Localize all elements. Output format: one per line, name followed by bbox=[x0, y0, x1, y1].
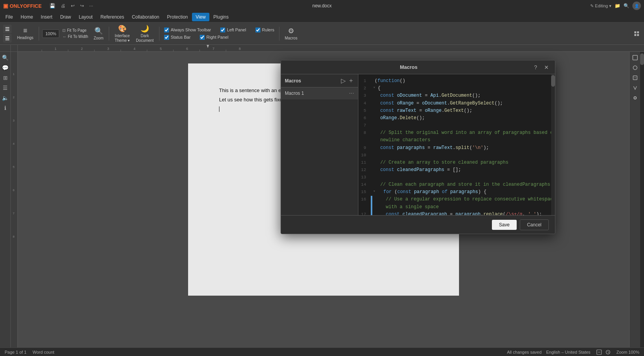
status-bar-input[interactable] bbox=[164, 35, 169, 40]
menu-file[interactable]: File bbox=[2, 13, 17, 21]
macros-dialog: Macros ? ✕ Macros ▷ ＋ Macros 1 ··· bbox=[281, 60, 555, 234]
rulers-check[interactable]: Rulers bbox=[254, 27, 276, 33]
macros-icon: ⚙ bbox=[288, 27, 294, 35]
macros-close-btn[interactable]: ✕ bbox=[543, 63, 550, 71]
toolbar-icon-2[interactable] bbox=[3, 34, 12, 43]
code-line-13: 13 bbox=[358, 174, 555, 181]
svg-point-40 bbox=[633, 66, 637, 70]
left-sidebar: 🔍 💬 ⊞ ☰ 🔈 ℹ bbox=[0, 52, 11, 347]
search-icon[interactable]: 🔍 bbox=[623, 3, 629, 9]
toolbar-icon-1[interactable] bbox=[3, 25, 12, 33]
folder-icon[interactable]: 📁 bbox=[615, 3, 620, 9]
code-line-9: 9 const paragraphs = rawText.split('\n')… bbox=[358, 144, 555, 152]
always-show-toolbar-input[interactable] bbox=[164, 27, 169, 33]
menu-protection[interactable]: Protection bbox=[163, 13, 192, 21]
sidebar-list[interactable]: ☰ bbox=[1, 84, 10, 92]
zoom-icon: 🔍 bbox=[94, 27, 103, 35]
macros-save-btn[interactable]: Save bbox=[492, 220, 516, 230]
text-cursor bbox=[219, 106, 219, 112]
code-line-11: 11 // Create an array to store cleaned p… bbox=[358, 159, 555, 166]
macros-add-btn[interactable]: ＋ bbox=[348, 77, 354, 85]
macros-list-item-0[interactable]: Macros 1 ··· bbox=[281, 87, 358, 99]
menu-references[interactable]: References bbox=[96, 13, 128, 21]
macros-toolbar-label: Macros bbox=[285, 36, 298, 40]
sidebar-table[interactable]: ⊞ bbox=[1, 74, 10, 82]
menu-home[interactable]: Home bbox=[17, 13, 37, 21]
macros-header-btns: ? ✕ bbox=[532, 63, 550, 71]
redo-titlebar-btn[interactable]: ↪ bbox=[79, 2, 86, 9]
title-bar: ▣ ONLYOFFICE 💾 🖨 ↩ ↪ ··· new.docx ✎ Edit… bbox=[0, 0, 644, 12]
sidebar-search[interactable]: 🔍 bbox=[1, 53, 10, 62]
right-sidebar-icon-4[interactable] bbox=[631, 84, 639, 92]
print-titlebar-btn[interactable]: 🖨 bbox=[59, 2, 67, 9]
rulers-label: Rulers bbox=[262, 27, 274, 32]
menu-collaboration[interactable]: Collaboration bbox=[128, 13, 163, 21]
right-sidebar-icon-5[interactable] bbox=[631, 94, 639, 102]
collapse-15[interactable]: ▾ bbox=[373, 188, 375, 195]
macros-run-btn[interactable]: ▷ bbox=[341, 77, 346, 84]
undo-titlebar-btn[interactable]: ↩ bbox=[69, 2, 76, 9]
ruler-corner bbox=[0, 45, 11, 51]
menu-insert[interactable]: Insert bbox=[37, 13, 56, 21]
code-line-7: 7 bbox=[358, 122, 555, 129]
macros-cancel-btn[interactable]: Cancel bbox=[520, 219, 549, 230]
left-panel-input[interactable] bbox=[220, 27, 225, 33]
zoom-status[interactable]: Zoom 100% bbox=[617, 350, 639, 354]
toolbar-right-icon-1[interactable] bbox=[632, 29, 641, 38]
main-scrollbar[interactable] bbox=[640, 52, 644, 347]
menu-layout[interactable]: Layout bbox=[75, 13, 96, 21]
interface-theme-label: InterfaceTheme ▾ bbox=[115, 34, 130, 43]
editing-mode[interactable]: ✎ Editing ▾ bbox=[590, 3, 611, 9]
right-panel-label: Right Panel bbox=[206, 35, 228, 39]
right-sidebar-icon-2[interactable] bbox=[631, 63, 639, 72]
ruler-corner2 bbox=[11, 45, 18, 51]
code-line-6: 6 oRange.Delete(); bbox=[358, 115, 555, 122]
macros-body: Macros ▷ ＋ Macros 1 ··· 1 (function() bbox=[281, 74, 555, 215]
scrollbar-thumb[interactable] bbox=[640, 53, 644, 65]
language-selector[interactable]: English – United States bbox=[546, 350, 590, 354]
code-scrollbar-thumb[interactable] bbox=[551, 75, 555, 87]
sidebar-audio[interactable]: 🔈 bbox=[1, 94, 10, 102]
sidebar-comment[interactable]: 💬 bbox=[1, 63, 10, 72]
headings-btn[interactable]: ≡ Headings bbox=[15, 26, 36, 41]
right-sidebar-icon-1[interactable] bbox=[631, 53, 639, 62]
left-vertical-ruler: 1 2 3 4 5 6 7 8 bbox=[11, 52, 18, 347]
menu-draw[interactable]: Draw bbox=[56, 13, 75, 21]
always-show-toolbar-check[interactable]: Always Show Toolbar bbox=[163, 27, 212, 33]
code-editor[interactable]: 1 (function() 2 ▾ { 3 const oDocument = … bbox=[358, 74, 555, 215]
menu-plugins[interactable]: Plugins bbox=[209, 13, 232, 21]
fit-group: ⊡ Fit To Page ↔ Fit To Width bbox=[61, 27, 90, 39]
sidebar-info[interactable]: ℹ bbox=[1, 104, 10, 112]
macros-item-dots-0[interactable]: ··· bbox=[349, 90, 354, 97]
svg-text:4: 4 bbox=[134, 47, 135, 51]
rulers-input[interactable] bbox=[255, 27, 260, 33]
headings-icon: ≡ bbox=[23, 27, 27, 35]
code-scrollbar[interactable] bbox=[551, 74, 555, 215]
zoom-btn[interactable]: 🔍 Zoom bbox=[91, 25, 106, 42]
dark-document-btn[interactable]: 🌙 DarkDocument bbox=[134, 23, 156, 44]
status-bar-check[interactable]: Status Bar bbox=[163, 34, 192, 41]
document-title: new.docx bbox=[312, 3, 332, 9]
right-panel-check[interactable]: Right Panel bbox=[198, 34, 230, 41]
more-titlebar-btn[interactable]: ··· bbox=[88, 2, 95, 9]
status-icons bbox=[595, 349, 612, 355]
interface-theme-btn[interactable]: 🎨 InterfaceTheme ▾ bbox=[112, 23, 132, 44]
svg-text:8: 8 bbox=[239, 47, 241, 51]
svg-rect-10 bbox=[18, 45, 644, 51]
avatar[interactable]: 👤 bbox=[632, 2, 641, 10]
right-sidebar-icon-3[interactable] bbox=[631, 74, 639, 82]
save-titlebar-btn[interactable]: 💾 bbox=[48, 2, 57, 9]
always-show-toolbar-label: Always Show Toolbar bbox=[171, 27, 211, 32]
zoom-input[interactable] bbox=[42, 29, 59, 38]
menu-view[interactable]: View bbox=[192, 13, 210, 21]
macros-toolbar-btn[interactable]: ⚙ Macros bbox=[283, 25, 300, 42]
macros-help-btn[interactable]: ? bbox=[532, 63, 540, 71]
left-panel-check[interactable]: Left Panel bbox=[219, 27, 248, 33]
right-panel-input[interactable] bbox=[200, 35, 205, 40]
fit-to-page-btn[interactable]: ⊡ Fit To Page bbox=[61, 27, 90, 33]
fit-to-width-btn[interactable]: ↔ Fit To Width bbox=[61, 34, 90, 39]
v-ruler-svg: 1 2 3 4 5 6 7 8 bbox=[11, 52, 18, 347]
word-count[interactable]: Word count bbox=[33, 350, 54, 354]
collapse-2[interactable]: ▾ bbox=[373, 85, 375, 91]
svg-text:6: 6 bbox=[13, 188, 15, 192]
